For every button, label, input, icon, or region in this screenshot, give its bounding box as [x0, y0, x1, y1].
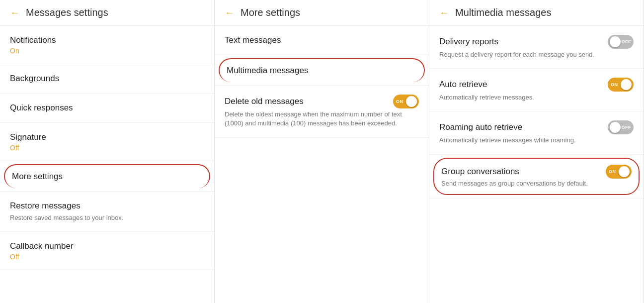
auto-retrieve-label: Auto retrieve	[439, 79, 487, 90]
middle-panel-content: Text messages Multimedia messages Delete…	[215, 26, 429, 303]
group-conversations-wrapper: Group conversations ON Send messages as …	[429, 155, 644, 199]
group-conversations-toggle[interactable]: ON	[606, 165, 632, 179]
restore-messages-label: Restore messages	[10, 201, 204, 211]
middle-back-arrow[interactable]: ←	[225, 7, 235, 18]
multimedia-messages-wrapper: Multimedia messages	[215, 55, 429, 86]
more-settings-item[interactable]: More settings	[4, 164, 210, 188]
delete-old-messages-item[interactable]: Delete old messages ON Delete the oldest…	[215, 86, 429, 137]
backgrounds-item[interactable]: Backgrounds	[0, 64, 214, 94]
left-panel: ← Messages settings Notifications On Bac…	[0, 0, 215, 303]
auto-retrieve-knob	[621, 79, 632, 90]
quick-responses-label: Quick responses	[10, 102, 204, 113]
text-messages-label: Text messages	[225, 35, 419, 46]
delete-old-messages-label: Delete old messages	[225, 96, 304, 107]
toggle-knob	[406, 96, 417, 107]
toggle-on-label-gc: ON	[609, 169, 616, 174]
delivery-reports-desc: Request a delivery report for each messa…	[439, 50, 634, 59]
middle-panel-title: More settings	[241, 7, 300, 18]
group-conversations-item[interactable]: Group conversations ON Send messages as …	[433, 158, 640, 195]
restore-messages-item[interactable]: Restore messages Restore saved messages …	[0, 192, 214, 231]
left-panel-content: Notifications On Backgrounds Quick respo…	[0, 26, 214, 303]
signature-label: Signature	[10, 132, 204, 143]
middle-panel-header: ← More settings	[215, 0, 429, 26]
right-panel-header: ← Multimedia messages	[429, 0, 644, 26]
notifications-value: On	[10, 47, 204, 55]
notifications-item[interactable]: Notifications On	[0, 26, 214, 64]
group-conversations-label: Group conversations	[441, 166, 519, 177]
group-conversations-desc: Send messages as group conversations by …	[441, 180, 588, 187]
multimedia-messages-label: Multimedia messages	[227, 66, 308, 75]
signature-item[interactable]: Signature Off	[0, 123, 214, 161]
text-messages-item[interactable]: Text messages	[215, 26, 429, 55]
signature-value: Off	[10, 144, 204, 152]
group-conversations-knob	[619, 166, 630, 177]
left-back-arrow[interactable]: ←	[10, 7, 20, 18]
roaming-auto-retrieve-desc: Automatically retrieve messages while ro…	[439, 136, 634, 145]
quick-responses-item[interactable]: Quick responses	[0, 94, 214, 123]
left-panel-header: ← Messages settings	[0, 0, 214, 26]
callback-number-value: Off	[10, 253, 204, 261]
right-back-arrow[interactable]: ←	[439, 7, 449, 18]
auto-retrieve-row: Auto retrieve ON	[439, 78, 634, 92]
delivery-reports-toggle[interactable]: OFF	[608, 35, 634, 49]
toggle-off-label-rar: OFF	[622, 125, 632, 130]
right-panel: ← Multimedia messages Delivery reports O…	[429, 0, 644, 303]
restore-messages-desc: Restore saved messages to your inbox.	[10, 213, 204, 222]
delivery-reports-knob	[610, 36, 621, 47]
right-panel-content: Delivery reports OFF Request a delivery …	[429, 26, 644, 303]
callback-number-label: Callback number	[10, 241, 204, 252]
middle-panel: ← More settings Text messages Multimedia…	[215, 0, 429, 303]
group-conversations-row: Group conversations ON	[441, 165, 632, 179]
roaming-auto-retrieve-knob	[610, 122, 621, 133]
callback-number-item[interactable]: Callback number Off	[0, 232, 214, 270]
delivery-reports-label: Delivery reports	[439, 36, 498, 47]
right-panel-title: Multimedia messages	[455, 7, 551, 18]
delete-old-messages-toggle[interactable]: ON	[393, 95, 419, 108]
auto-retrieve-desc: Automatically retrieve messages.	[439, 93, 634, 102]
backgrounds-label: Backgrounds	[10, 73, 204, 84]
toggle-on-label: ON	[396, 99, 403, 104]
roaming-auto-retrieve-label: Roaming auto retrieve	[439, 122, 522, 133]
auto-retrieve-toggle[interactable]: ON	[608, 78, 634, 92]
delete-old-messages-desc: Delete the oldest message when the maxim…	[225, 110, 419, 128]
multimedia-messages-item[interactable]: Multimedia messages	[219, 58, 425, 82]
roaming-auto-retrieve-item[interactable]: Roaming auto retrieve OFF Automatically …	[429, 111, 644, 154]
more-settings-label: More settings	[12, 172, 63, 181]
notifications-label: Notifications	[10, 35, 204, 46]
left-panel-title: Messages settings	[26, 7, 108, 18]
delivery-reports-item[interactable]: Delivery reports OFF Request a delivery …	[429, 26, 644, 69]
toggle-on-label-ar: ON	[611, 82, 618, 87]
more-settings-wrapper: More settings	[0, 161, 214, 192]
auto-retrieve-item[interactable]: Auto retrieve ON Automatically retrieve …	[429, 69, 644, 111]
delete-old-messages-row: Delete old messages ON	[225, 95, 419, 108]
delivery-reports-row: Delivery reports OFF	[439, 35, 634, 49]
roaming-auto-retrieve-toggle[interactable]: OFF	[608, 120, 634, 134]
toggle-off-label-dr: OFF	[622, 39, 632, 44]
roaming-auto-retrieve-row: Roaming auto retrieve OFF	[439, 120, 634, 134]
